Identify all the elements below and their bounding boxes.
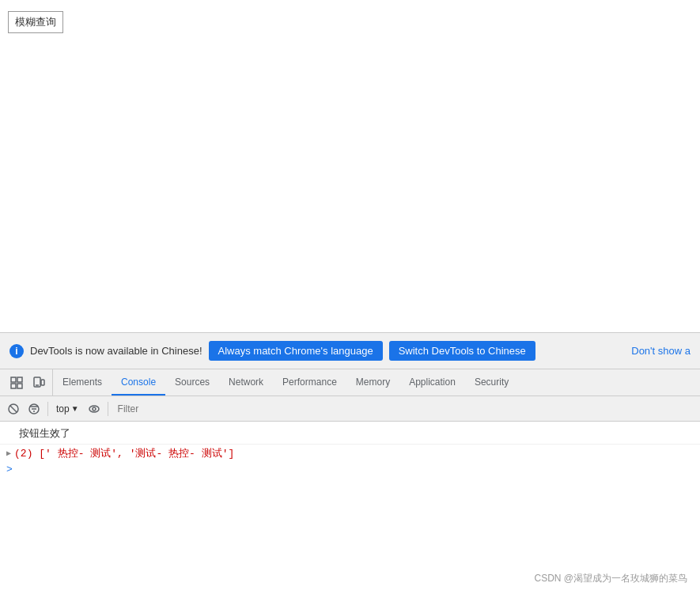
svg-rect-1 — [11, 384, 16, 388]
always-match-language-button[interactable]: Always match Chrome's language — [209, 341, 383, 361]
console-array-output: (2) [' 热控- 测试', '测试- 热控- 测试'] — [14, 446, 234, 460]
tab-console[interactable]: Console — [112, 369, 165, 396]
banner-text: DevTools is now available in Chinese! — [30, 345, 202, 357]
inspect-element-icon[interactable] — [8, 374, 25, 392]
svg-rect-3 — [17, 384, 22, 388]
info-banner: i DevTools is now available in Chinese! … — [0, 333, 700, 369]
svg-rect-2 — [17, 377, 22, 382]
tab-network[interactable]: Network — [219, 369, 273, 396]
tab-sources[interactable]: Sources — [165, 369, 219, 396]
switch-to-chinese-button[interactable]: Switch DevTools to Chinese — [389, 341, 535, 361]
clear-console-icon[interactable] — [5, 400, 22, 418]
watermark: CSDN @渴望成为一名玫城狮的菜鸟 — [534, 572, 687, 585]
info-icon: i — [9, 344, 24, 358]
tab-elements[interactable]: Elements — [53, 369, 112, 396]
svg-point-14 — [93, 407, 96, 411]
tab-performance[interactable]: Performance — [273, 369, 346, 396]
dont-show-button[interactable]: Don't show a — [631, 345, 691, 357]
console-line-1: 按钮生效了 — [0, 425, 700, 445]
filter-icon[interactable] — [25, 400, 43, 418]
top-context-selector[interactable]: top ▼ — [53, 402, 82, 416]
tab-memory[interactable]: Memory — [346, 369, 399, 396]
expand-arrow-icon[interactable]: ▶ — [6, 448, 11, 458]
device-toolbar-icon[interactable] — [30, 374, 47, 392]
console-toolbar: top ▼ — [0, 396, 700, 422]
devtools-panel: i DevTools is now available in Chinese! … — [0, 332, 700, 598]
page-area: 模糊查询 — [0, 0, 700, 332]
tab-icon-group — [3, 369, 53, 396]
console-prompt: > — [0, 462, 700, 477]
tab-security[interactable]: Security — [465, 369, 518, 396]
svg-line-8 — [10, 406, 17, 412]
console-line-2[interactable]: ▶ (2) [' 热控- 测试', '测试- 热控- 测试'] — [0, 445, 700, 462]
svg-rect-5 — [41, 380, 44, 385]
console-prompt-symbol: > — [6, 464, 13, 475]
filter-input[interactable] — [113, 402, 695, 416]
fuzzy-query-button[interactable]: 模糊查询 — [8, 11, 63, 33]
svg-point-13 — [89, 406, 99, 412]
eye-icon[interactable] — [85, 400, 103, 418]
tab-application[interactable]: Application — [399, 369, 465, 396]
toolbar-separator-1 — [47, 402, 48, 416]
svg-rect-0 — [11, 377, 16, 382]
devtools-tabs: Elements Console Sources Network Perform… — [0, 369, 700, 396]
toolbar-separator-2 — [108, 402, 108, 416]
